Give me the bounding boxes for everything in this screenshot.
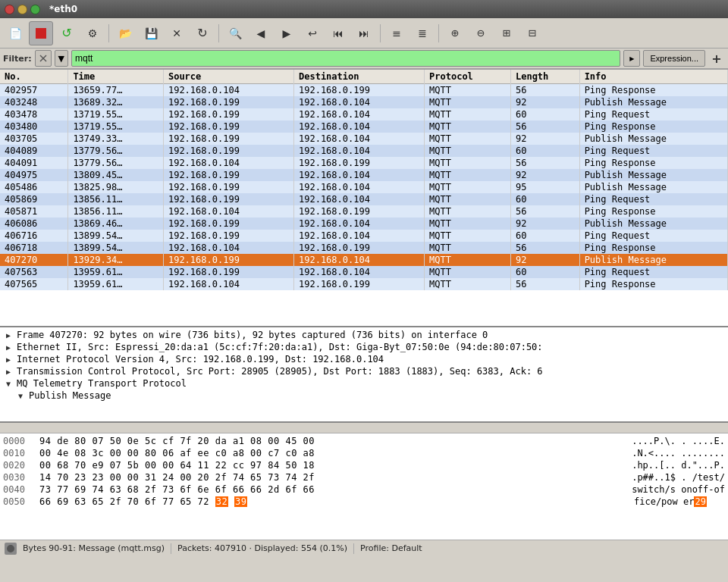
- cell-dst: 192.168.0.104: [293, 108, 424, 120]
- col-header-length[interactable]: Length: [510, 70, 579, 84]
- cell-no: 407563: [0, 266, 68, 278]
- table-row[interactable]: 40727013929.34…192.168.0.199192.168.0.10…: [0, 254, 728, 266]
- resize-col-btn[interactable]: ⊞: [494, 21, 519, 45]
- options-btn[interactable]: ⚙: [80, 21, 105, 45]
- last-btn[interactable]: ⏭: [352, 21, 376, 45]
- extra-btn[interactable]: ⊟: [520, 21, 544, 45]
- table-row[interactable]: 40608613869.46…192.168.0.199192.168.0.10…: [0, 217, 728, 230]
- prev-btn[interactable]: ◀: [249, 21, 273, 45]
- table-row[interactable]: 40586913856.11…192.168.0.199192.168.0.10…: [0, 193, 728, 205]
- cell-time: 13899.54…: [68, 242, 164, 254]
- col-header-time[interactable]: Time: [68, 70, 164, 84]
- cell-no: 406716: [0, 230, 68, 242]
- table-row[interactable]: 40408913779.56…192.168.0.199192.168.0.10…: [0, 145, 728, 157]
- cell-proto: MQTT: [425, 96, 511, 108]
- cell-dst: 192.168.0.104: [293, 193, 424, 205]
- cell-no: 405486: [0, 181, 68, 193]
- table-row[interactable]: 40756313959.61…192.168.0.199192.168.0.10…: [0, 266, 728, 278]
- filter-dropdown[interactable]: ▼: [55, 50, 68, 67]
- first-icon: ⏮: [333, 27, 344, 39]
- remove-col-btn[interactable]: ⊖: [469, 21, 493, 45]
- new-capture-btn[interactable]: 📄: [3, 21, 27, 45]
- cell-dst: 192.168.0.199: [293, 157, 424, 169]
- table-row[interactable]: 40548613825.98…192.168.0.199192.168.0.10…: [0, 181, 728, 193]
- col-header-destination[interactable]: Destination: [293, 70, 424, 84]
- hex-row: 0040 73 77 69 74 63 68 2f 73 6f 6e 6f 66…: [3, 483, 725, 496]
- filter-label: Filter:: [3, 54, 32, 64]
- cell-time: 13869.46…: [68, 217, 164, 230]
- go-btn[interactable]: ↩: [300, 21, 325, 45]
- detail-item-mqtt-sub[interactable]: ▼Publish Message: [15, 390, 725, 402]
- cell-len: 60: [510, 266, 579, 278]
- cell-info: Publish Message: [579, 217, 727, 230]
- cell-no: 405869: [0, 193, 68, 205]
- cell-proto: MQTT: [425, 108, 511, 120]
- col-header-info[interactable]: Info: [579, 70, 727, 84]
- hex-ascii: .hp..[.. d."...P.: [632, 459, 725, 471]
- table-row[interactable]: 40671613899.54…192.168.0.199192.168.0.10…: [0, 230, 728, 242]
- filter-apply-btn[interactable]: ▶: [623, 50, 640, 67]
- close-window-btn[interactable]: [5, 5, 14, 14]
- table-row[interactable]: 40409113779.56…192.168.0.104192.168.0.19…: [0, 157, 728, 169]
- stop-capture-btn[interactable]: [29, 21, 53, 45]
- cell-proto: MQTT: [425, 242, 511, 254]
- cell-no: 402957: [0, 84, 68, 97]
- col-header-source[interactable]: Source: [163, 70, 293, 84]
- table-row[interactable]: 40370513749.33…192.168.0.199192.168.0.10…: [0, 133, 728, 145]
- table-row[interactable]: 40348013719.55…192.168.0.199192.168.0.10…: [0, 120, 728, 133]
- col-header-no[interactable]: No.: [0, 70, 68, 84]
- cell-proto: MQTT: [425, 205, 511, 217]
- next-btn[interactable]: ▶: [275, 21, 299, 45]
- detail-item-mqtt[interactable]: ▼MQ Telemetry Transport Protocol: [3, 377, 725, 390]
- status-sep-1: [171, 543, 171, 554]
- horizontal-scrollbar[interactable]: [0, 423, 728, 433]
- save-btn[interactable]: 💾: [139, 21, 163, 45]
- cell-time: 13959.61…: [68, 266, 164, 278]
- restart-capture-btn[interactable]: ↺: [55, 21, 79, 45]
- cell-dst: 192.168.0.199: [293, 242, 424, 254]
- hex-ascii: .N.<.... ........: [632, 447, 725, 459]
- table-row[interactable]: 40497513809.45…192.168.0.199192.168.0.10…: [0, 169, 728, 181]
- cell-src: 192.168.0.199: [163, 108, 293, 120]
- table-row[interactable]: 40756513959.61…192.168.0.104192.168.0.19…: [0, 278, 728, 290]
- wrap-btn[interactable]: ≡: [384, 21, 409, 45]
- find-btn[interactable]: 🔍: [223, 21, 247, 45]
- cell-proto: MQTT: [425, 181, 511, 193]
- expand-btn[interactable]: ≣: [410, 21, 435, 45]
- detail-item-ethernet[interactable]: ▶Ethernet II, Src: Espressi_20:da:a1 (5c…: [3, 341, 725, 353]
- detail-item-ip[interactable]: ▶Internet Protocol Version 4, Src: 192.1…: [3, 353, 725, 365]
- cell-no: 404089: [0, 145, 68, 157]
- last-icon: ⏭: [359, 27, 369, 39]
- table-row[interactable]: 40324813689.32…192.168.0.199192.168.0.10…: [0, 96, 728, 108]
- filter-clear-btn[interactable]: [35, 50, 52, 67]
- table-row[interactable]: 40347813719.55…192.168.0.199192.168.0.10…: [0, 108, 728, 120]
- table-row[interactable]: 40587113856.11…192.168.0.104192.168.0.19…: [0, 205, 728, 217]
- cell-info: Ping Response: [579, 120, 727, 133]
- expression-btn[interactable]: Expression...: [643, 50, 705, 67]
- cell-info: Ping Request: [579, 266, 727, 278]
- filter-input[interactable]: [71, 50, 620, 67]
- cell-dst: 192.168.0.104: [293, 96, 424, 108]
- hex-row: 0050 66 69 63 65 2f 70 6f 77 65 72 32 39…: [3, 496, 725, 508]
- cell-dst: 192.168.0.104: [293, 120, 424, 133]
- open-btn[interactable]: 📂: [113, 21, 137, 45]
- detail-triangle: ▶: [6, 331, 14, 340]
- hex-bytes: 94 de 80 07 50 0e 5c cf 7f 20 da a1 08 0…: [39, 435, 626, 447]
- col-header-protocol[interactable]: Protocol: [425, 70, 511, 84]
- first-btn[interactable]: ⏮: [326, 21, 350, 45]
- cell-proto: MQTT: [425, 230, 511, 242]
- maximize-window-btn[interactable]: [30, 5, 40, 14]
- cell-no: 404091: [0, 157, 68, 169]
- add-col-btn[interactable]: ⊕: [443, 21, 467, 45]
- minimize-window-btn[interactable]: [17, 5, 27, 14]
- table-row[interactable]: 40295713659.77…192.168.0.104192.168.0.19…: [0, 84, 728, 97]
- reload-btn[interactable]: ↻: [190, 21, 215, 45]
- filter-plus-btn[interactable]: +: [708, 50, 725, 67]
- cell-time: 13719.55…: [68, 120, 164, 133]
- close-file-btn[interactable]: ✕: [165, 21, 189, 45]
- table-row[interactable]: 40671813899.54…192.168.0.104192.168.0.19…: [0, 242, 728, 254]
- detail-triangle: ▼: [6, 380, 14, 388]
- detail-item-tcp[interactable]: ▶Transmission Control Protocol, Src Port…: [3, 365, 725, 377]
- detail-item-frame[interactable]: ▶Frame 407270: 92 bytes on wire (736 bit…: [3, 329, 725, 341]
- hex-offset: 0000: [3, 435, 33, 447]
